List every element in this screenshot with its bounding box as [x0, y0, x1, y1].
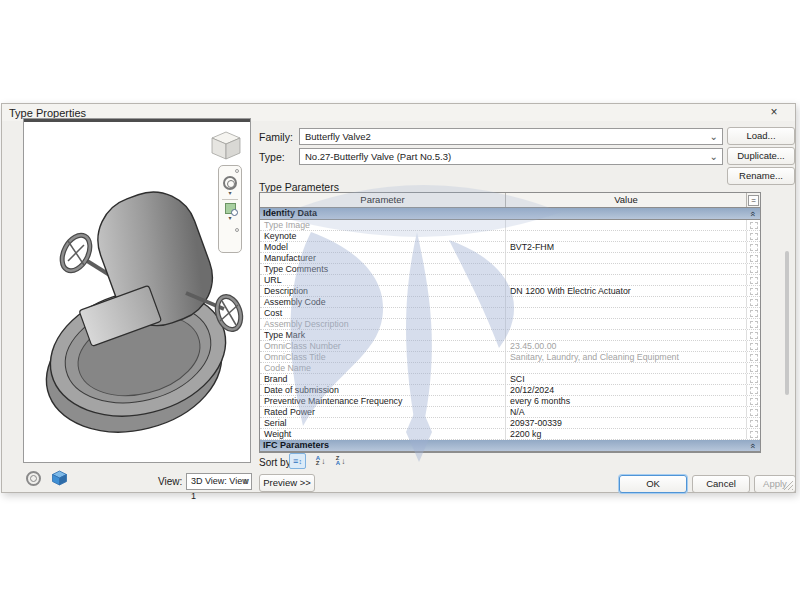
associate-param-button[interactable]	[750, 398, 758, 405]
table-scrollbar[interactable]	[785, 251, 789, 395]
parameter-value-cell[interactable]	[506, 220, 747, 230]
table-row[interactable]: Keynote	[260, 231, 760, 242]
parameter-value-cell[interactable]	[506, 319, 747, 329]
sort-za-icon: ZA	[336, 456, 340, 466]
associate-param-button[interactable]	[750, 222, 758, 229]
associate-param-button[interactable]	[750, 233, 758, 240]
sort-descending-button[interactable]: ZA ↓	[332, 453, 349, 469]
table-row[interactable]: ModelBVT2-FHM	[260, 242, 760, 253]
associate-param-button[interactable]	[750, 255, 758, 262]
parameter-name-cell: Code Name	[260, 363, 506, 373]
collapse-icon[interactable]: «	[748, 207, 758, 221]
parameter-value-cell[interactable]: 2200 kg	[506, 429, 747, 439]
table-row[interactable]: Rated PowerN/A	[260, 407, 760, 418]
3d-cube-button[interactable]	[51, 470, 68, 486]
parameter-value-cell[interactable]: 20/12/2024	[506, 385, 747, 395]
table-row[interactable]: BrandSCI	[260, 374, 760, 385]
cancel-button[interactable]: Cancel	[692, 475, 750, 493]
parameter-value-cell[interactable]	[506, 452, 747, 453]
associate-param-button[interactable]	[750, 299, 758, 306]
parameter-value-cell[interactable]: Sanitary, Laundry, and Cleaning Equipmen…	[506, 352, 747, 362]
table-row[interactable]: Assembly Description	[260, 319, 760, 330]
rename-button[interactable]: Rename...	[727, 167, 795, 185]
param-section-row[interactable]: IFC Parameters«	[260, 440, 760, 452]
parameter-value-cell[interactable]	[506, 253, 747, 263]
parameter-value-cell[interactable]: every 6 months	[506, 396, 747, 406]
associate-param-cell	[747, 374, 760, 384]
parameter-name-cell: Assembly Description	[260, 319, 506, 329]
parameter-name-cell: Assembly Code	[260, 297, 506, 307]
ok-button[interactable]: OK	[619, 475, 687, 493]
preview-toggle-button[interactable]: Preview >>	[259, 474, 315, 492]
associate-param-button[interactable]	[750, 277, 758, 284]
sort-az-icon: AZ	[316, 456, 320, 466]
table-row[interactable]: Preventive Maintenance Frequencyevery 6 …	[260, 396, 760, 407]
parameter-value-cell[interactable]	[506, 308, 747, 318]
column-header-value[interactable]: Value	[506, 193, 747, 207]
viewcube-icon[interactable]	[207, 128, 245, 162]
associate-param-button[interactable]	[750, 420, 758, 427]
parameter-name-cell: Rated Power	[260, 407, 506, 417]
parameter-value-cell[interactable]: N/A	[506, 407, 747, 417]
associate-param-button[interactable]	[750, 321, 758, 328]
associate-param-cell	[747, 341, 760, 351]
table-row[interactable]: Code Name	[260, 363, 760, 374]
param-section-row[interactable]: Identity Data«	[260, 208, 760, 220]
associate-param-button[interactable]	[750, 376, 758, 383]
table-row[interactable]: OmniClass TitleSanitary, Laundry, and Cl…	[260, 352, 760, 363]
duplicate-button[interactable]: Duplicate...	[727, 147, 795, 165]
family-dropdown[interactable]: Butterfly Valve2 ⌄	[299, 128, 723, 145]
preview-viewport[interactable]: ▾ ▾	[23, 118, 251, 463]
table-row[interactable]: Weight2200 kg	[260, 429, 760, 440]
table-row[interactable]: Type Comments	[260, 264, 760, 275]
table-row[interactable]: Cost	[260, 308, 760, 319]
resize-grip[interactable]	[783, 480, 793, 490]
associate-param-button[interactable]	[750, 354, 758, 361]
table-row[interactable]: URL	[260, 275, 760, 286]
table-row[interactable]: Type Mark	[260, 330, 760, 341]
view-label: View:	[158, 476, 182, 487]
associate-param-button[interactable]	[750, 343, 758, 350]
parameter-value-cell[interactable]	[506, 363, 747, 373]
chevron-down-icon: v	[244, 474, 249, 489]
associate-param-button[interactable]	[750, 387, 758, 394]
table-row[interactable]: Date of submission20/12/2024	[260, 385, 760, 396]
type-dropdown[interactable]: No.27-Butterfly Valve (Part No.5.3) ⌄	[299, 148, 723, 165]
parameter-value-cell[interactable]	[506, 297, 747, 307]
associate-param-button[interactable]	[750, 431, 758, 438]
parameter-value-cell[interactable]	[506, 231, 747, 241]
parameter-value-cell[interactable]: BVT2-FHM	[506, 242, 747, 252]
close-icon[interactable]: ×	[765, 105, 783, 120]
screen: Type Properties × ▾ ▾	[0, 0, 800, 600]
table-row[interactable]: Serial20937-00339	[260, 418, 760, 429]
collapse-icon[interactable]: «	[748, 439, 758, 453]
parameter-value-cell[interactable]: SCI	[506, 374, 747, 384]
parameter-value-cell[interactable]	[506, 264, 747, 274]
associate-param-button[interactable]	[750, 310, 758, 317]
associate-param-button[interactable]	[750, 244, 758, 251]
sort-ascending-button[interactable]: AZ ↓	[312, 453, 329, 469]
parameter-value-cell[interactable]	[506, 275, 747, 285]
load-button[interactable]: Load...	[727, 127, 795, 145]
column-header-parameter[interactable]: Parameter	[260, 193, 506, 207]
associate-param-button[interactable]	[750, 266, 758, 273]
equals-icon[interactable]: =	[748, 195, 759, 206]
parameter-value-cell[interactable]: DN 1200 With Electric Actuator	[506, 286, 747, 296]
parameter-value-cell[interactable]: 23.45.00.00	[506, 341, 747, 351]
parameter-value-cell[interactable]	[506, 330, 747, 340]
navbar-customize-dot[interactable]	[235, 169, 239, 173]
parameter-name-cell: Preventive Maintenance Frequency	[260, 396, 506, 406]
associate-param-button[interactable]	[750, 288, 758, 295]
associate-param-button[interactable]	[750, 409, 758, 416]
table-row[interactable]: Assembly Code	[260, 297, 760, 308]
table-row[interactable]: Manufacturer	[260, 253, 760, 264]
sort-default-button[interactable]: ≡↕	[289, 453, 306, 469]
table-row[interactable]: DescriptionDN 1200 With Electric Actuato…	[260, 286, 760, 297]
table-row[interactable]: OmniClass Number23.45.00.00	[260, 341, 760, 352]
parameter-value-cell[interactable]: 20937-00339	[506, 418, 747, 428]
steering-wheel-button[interactable]	[26, 471, 41, 486]
table-row[interactable]: Type Image	[260, 220, 760, 231]
associate-param-button[interactable]	[750, 332, 758, 339]
view-dropdown[interactable]: 3D View: View 1 v	[186, 473, 252, 490]
associate-param-button[interactable]	[750, 365, 758, 372]
